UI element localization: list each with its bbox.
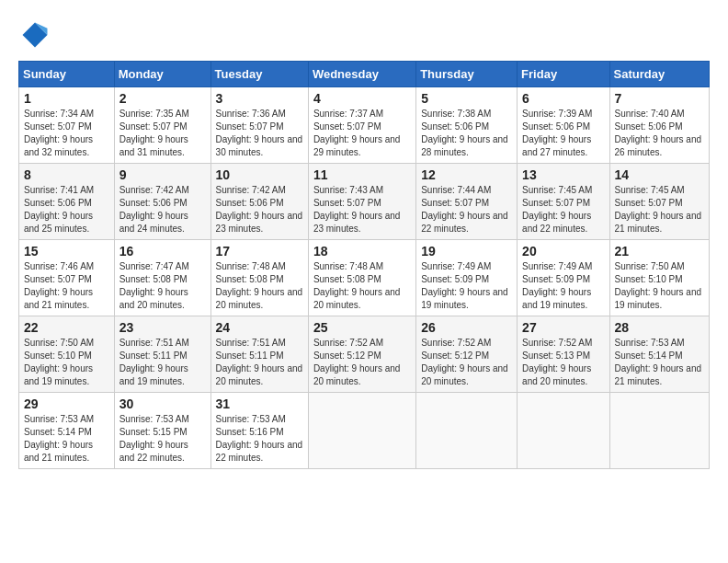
calendar-day-cell: 2 Sunrise: 7:35 AMSunset: 5:07 PMDayligh… [114,87,210,164]
day-info: Sunrise: 7:49 AMSunset: 5:09 PMDaylight:… [421,261,508,310]
day-number: 31 [216,396,303,411]
day-info: Sunrise: 7:47 AMSunset: 5:08 PMDaylight:… [119,261,189,310]
calendar-day-cell: 12 Sunrise: 7:44 AMSunset: 5:07 PMDaylig… [416,164,518,240]
calendar-day-cell: 5 Sunrise: 7:38 AMSunset: 5:06 PMDayligh… [416,87,518,164]
calendar-day-cell: 22 Sunrise: 7:50 AMSunset: 5:10 PMDaylig… [19,316,115,393]
calendar-day-cell: 11 Sunrise: 7:43 AMSunset: 5:07 PMDaylig… [308,164,415,240]
day-number: 24 [216,320,303,335]
day-info: Sunrise: 7:53 AMSunset: 5:14 PMDaylight:… [24,414,94,463]
day-info: Sunrise: 7:48 AMSunset: 5:08 PMDaylight:… [216,261,303,310]
day-number: 16 [119,244,206,259]
weekday-header: Tuesday [210,62,308,87]
day-info: Sunrise: 7:50 AMSunset: 5:10 PMDaylight:… [615,261,702,310]
day-number: 23 [119,320,206,335]
day-info: Sunrise: 7:42 AMSunset: 5:06 PMDaylight:… [216,185,303,234]
weekday-row: SundayMondayTuesdayWednesdayThursdayFrid… [19,62,710,87]
day-info: Sunrise: 7:51 AMSunset: 5:11 PMDaylight:… [119,338,189,386]
weekday-header: Monday [114,62,210,87]
calendar-day-cell: 26 Sunrise: 7:52 AMSunset: 5:12 PMDaylig… [416,316,518,393]
logo [18,18,55,52]
day-number: 20 [522,244,604,259]
day-number: 10 [216,167,303,182]
day-number: 12 [421,167,512,182]
day-info: Sunrise: 7:36 AMSunset: 5:07 PMDaylight:… [216,109,303,157]
calendar-day-cell: 8 Sunrise: 7:41 AMSunset: 5:06 PMDayligh… [19,164,115,240]
calendar-day-cell [308,393,415,469]
day-info: Sunrise: 7:43 AMSunset: 5:07 PMDaylight:… [313,185,401,234]
calendar-day-cell: 15 Sunrise: 7:46 AMSunset: 5:07 PMDaylig… [19,240,115,316]
calendar-day-cell: 25 Sunrise: 7:52 AMSunset: 5:12 PMDaylig… [308,316,415,393]
calendar-day-cell: 13 Sunrise: 7:45 AMSunset: 5:07 PMDaylig… [518,164,609,240]
day-number: 26 [421,320,512,335]
calendar-day-cell: 7 Sunrise: 7:40 AMSunset: 5:06 PMDayligh… [609,87,709,164]
calendar-day-cell: 20 Sunrise: 7:49 AMSunset: 5:09 PMDaylig… [518,240,609,316]
calendar-day-cell: 31 Sunrise: 7:53 AMSunset: 5:16 PMDaylig… [210,393,308,469]
day-number: 7 [615,91,704,106]
day-number: 4 [313,91,411,106]
calendar-day-cell [416,393,518,469]
calendar-day-cell: 28 Sunrise: 7:53 AMSunset: 5:14 PMDaylig… [609,316,709,393]
calendar-day-cell: 19 Sunrise: 7:49 AMSunset: 5:09 PMDaylig… [416,240,518,316]
day-info: Sunrise: 7:40 AMSunset: 5:06 PMDaylight:… [615,109,702,157]
calendar-day-cell: 23 Sunrise: 7:51 AMSunset: 5:11 PMDaylig… [114,316,210,393]
page-header [18,18,710,52]
day-number: 3 [216,91,303,106]
calendar-day-cell: 14 Sunrise: 7:45 AMSunset: 5:07 PMDaylig… [609,164,709,240]
calendar-day-cell: 30 Sunrise: 7:53 AMSunset: 5:15 PMDaylig… [114,393,210,469]
day-number: 5 [421,91,512,106]
day-info: Sunrise: 7:37 AMSunset: 5:07 PMDaylight:… [313,109,401,157]
day-info: Sunrise: 7:46 AMSunset: 5:07 PMDaylight:… [24,261,94,310]
day-number: 21 [615,244,704,259]
day-number: 15 [24,244,109,259]
day-info: Sunrise: 7:52 AMSunset: 5:13 PMDaylight:… [522,338,592,386]
day-info: Sunrise: 7:41 AMSunset: 5:06 PMDaylight:… [24,185,94,234]
weekday-header: Thursday [416,62,518,87]
day-info: Sunrise: 7:39 AMSunset: 5:06 PMDaylight:… [522,109,592,157]
day-number: 1 [24,91,109,106]
calendar-body: 1 Sunrise: 7:34 AMSunset: 5:07 PMDayligh… [19,87,710,469]
calendar-day-cell: 27 Sunrise: 7:52 AMSunset: 5:13 PMDaylig… [518,316,609,393]
day-number: 14 [615,167,704,182]
calendar-day-cell: 18 Sunrise: 7:48 AMSunset: 5:08 PMDaylig… [308,240,415,316]
weekday-header: Sunday [19,62,115,87]
calendar-week-row: 8 Sunrise: 7:41 AMSunset: 5:06 PMDayligh… [19,164,710,240]
day-info: Sunrise: 7:42 AMSunset: 5:06 PMDaylight:… [119,185,189,234]
day-info: Sunrise: 7:48 AMSunset: 5:08 PMDaylight:… [313,261,401,310]
calendar-day-cell: 1 Sunrise: 7:34 AMSunset: 5:07 PMDayligh… [19,87,115,164]
day-info: Sunrise: 7:44 AMSunset: 5:07 PMDaylight:… [421,185,508,234]
calendar-week-row: 29 Sunrise: 7:53 AMSunset: 5:14 PMDaylig… [19,393,710,469]
day-info: Sunrise: 7:45 AMSunset: 5:07 PMDaylight:… [615,185,702,234]
calendar-day-cell [518,393,609,469]
day-info: Sunrise: 7:52 AMSunset: 5:12 PMDaylight:… [421,338,508,386]
day-number: 8 [24,167,109,182]
calendar-day-cell: 6 Sunrise: 7:39 AMSunset: 5:06 PMDayligh… [518,87,609,164]
calendar-day-cell [609,393,709,469]
day-number: 2 [119,91,206,106]
day-info: Sunrise: 7:53 AMSunset: 5:14 PMDaylight:… [615,338,702,386]
day-number: 25 [313,320,411,335]
day-number: 9 [119,167,206,182]
day-number: 19 [421,244,512,259]
weekday-header: Saturday [609,62,709,87]
calendar-table: SundayMondayTuesdayWednesdayThursdayFrid… [18,61,710,469]
day-info: Sunrise: 7:45 AMSunset: 5:07 PMDaylight:… [522,185,592,234]
day-number: 28 [615,320,704,335]
day-info: Sunrise: 7:34 AMSunset: 5:07 PMDaylight:… [24,109,94,157]
calendar-week-row: 1 Sunrise: 7:34 AMSunset: 5:07 PMDayligh… [19,87,710,164]
day-info: Sunrise: 7:35 AMSunset: 5:07 PMDaylight:… [119,109,189,157]
day-info: Sunrise: 7:51 AMSunset: 5:11 PMDaylight:… [216,338,303,386]
weekday-header: Wednesday [308,62,415,87]
day-info: Sunrise: 7:50 AMSunset: 5:10 PMDaylight:… [24,338,94,386]
calendar-day-cell: 3 Sunrise: 7:36 AMSunset: 5:07 PMDayligh… [210,87,308,164]
calendar-week-row: 15 Sunrise: 7:46 AMSunset: 5:07 PMDaylig… [19,240,710,316]
calendar-day-cell: 4 Sunrise: 7:37 AMSunset: 5:07 PMDayligh… [308,87,415,164]
calendar-week-row: 22 Sunrise: 7:50 AMSunset: 5:10 PMDaylig… [19,316,710,393]
day-info: Sunrise: 7:52 AMSunset: 5:12 PMDaylight:… [313,338,401,386]
day-number: 27 [522,320,604,335]
day-info: Sunrise: 7:53 AMSunset: 5:15 PMDaylight:… [119,414,189,463]
weekday-header: Friday [518,62,609,87]
day-number: 18 [313,244,411,259]
day-number: 22 [24,320,109,335]
calendar-day-cell: 10 Sunrise: 7:42 AMSunset: 5:06 PMDaylig… [210,164,308,240]
day-number: 6 [522,91,604,106]
